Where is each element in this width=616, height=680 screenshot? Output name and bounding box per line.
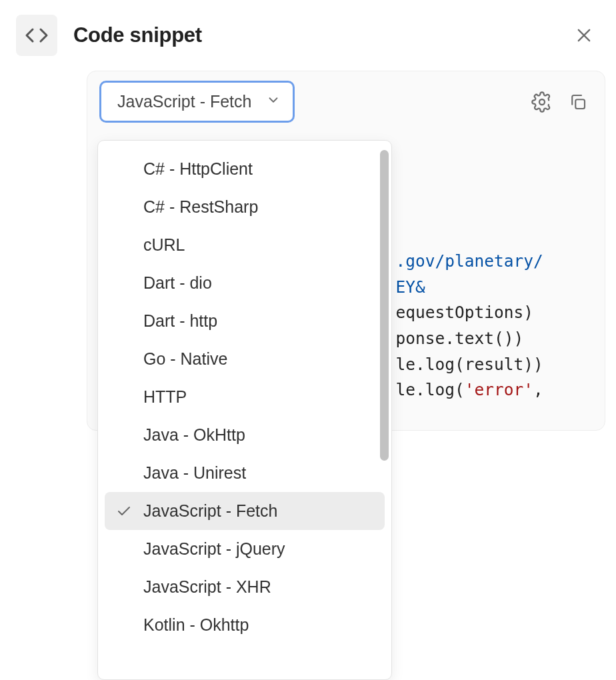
dropdown-option-label: Java - OkHttp [143,425,377,445]
code-line-6-str: 'error' [465,380,533,399]
code-line-4: ponse.text()) [396,329,524,348]
language-select[interactable]: JavaScript - Fetch [99,81,295,123]
dropdown-option[interactable]: cURL [105,226,385,264]
scrollbar-thumb[interactable] [380,150,389,461]
dropdown-option[interactable]: Java - Unirest [105,454,385,492]
dropdown-option[interactable]: Dart - http [105,302,385,340]
dropdown-option-label: C# - RestSharp [143,197,377,217]
dropdown-option[interactable]: Dart - dio [105,264,385,302]
dropdown-option[interactable]: HTTP [105,378,385,416]
dropdown-option-label: cURL [143,235,377,255]
header: Code snippet [0,0,616,71]
dropdown-option-label: C# - HttpClient [143,159,377,179]
code-icon [16,15,57,56]
dropdown-option-label: Go - Native [143,349,377,369]
check-icon [114,503,134,519]
dropdown-option[interactable]: JavaScript - XHR [105,568,385,606]
dropdown-option[interactable]: Kotlin - Okhttp [105,606,385,644]
toolbar: JavaScript - Fetch [87,71,605,132]
dropdown-option-label: JavaScript - Fetch [143,501,377,521]
dropdown-option[interactable]: JavaScript - Fetch [105,492,385,530]
copy-button[interactable] [563,87,593,117]
dropdown-option-label: Kotlin - Okhttp [143,615,377,635]
language-select-label: JavaScript - Fetch [117,92,251,111]
dropdown-option[interactable]: JavaScript - jQuery [105,530,385,568]
settings-button[interactable] [527,87,557,117]
code-line-6a: le.log( [396,380,465,399]
dropdown-option-label: HTTP [143,387,377,407]
dropdown-option[interactable]: C# - RestSharp [105,188,385,226]
code-url-1: .gov/planetary/ [396,251,543,271]
dropdown-option[interactable]: C# - HttpClient [105,150,385,188]
close-button[interactable] [571,22,597,49]
dropdown-option-label: JavaScript - jQuery [143,539,377,559]
dropdown-option-label: Dart - dio [143,273,377,293]
svg-point-2 [539,99,545,105]
code-line-3: equestOptions) [396,303,534,322]
language-dropdown: C# - HttpClientC# - RestSharpcURLDart - … [97,140,392,680]
dropdown-option-label: JavaScript - XHR [143,577,377,597]
dropdown-option-label: Dart - http [143,311,377,331]
code-line-6b: , [533,380,543,399]
svg-rect-3 [575,99,585,109]
chevron-down-icon [266,92,281,111]
dropdown-option[interactable]: Java - OkHttp [105,416,385,454]
panel-title: Code snippet [73,23,555,47]
code-url-2: EY& [396,277,425,297]
dropdown-option-label: Java - Unirest [143,463,377,483]
dropdown-option[interactable]: Go - Native [105,340,385,378]
code-line-5: le.log(result)) [396,355,543,374]
